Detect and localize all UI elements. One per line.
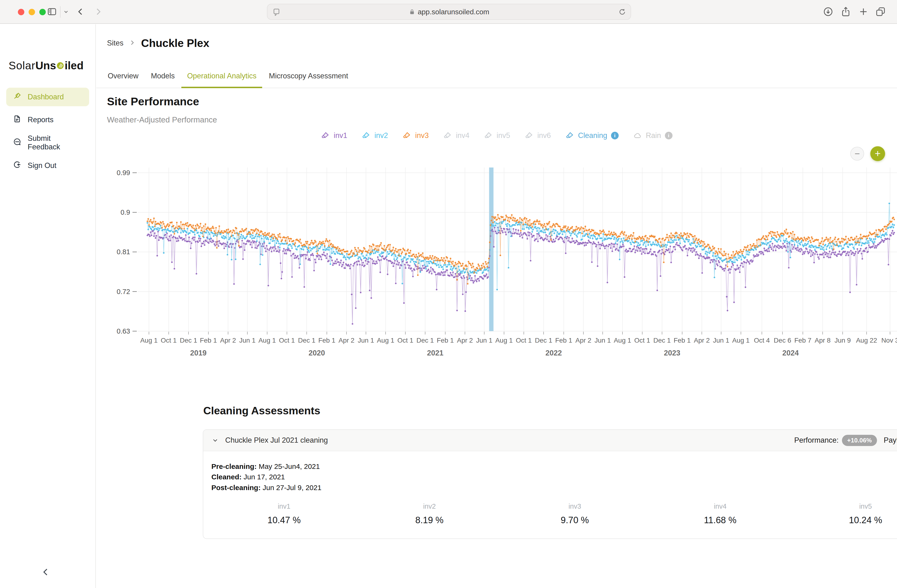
brush-icon (484, 131, 493, 140)
share-icon[interactable] (840, 6, 851, 17)
logo-text-solar: Solar (9, 59, 35, 72)
download-icon[interactable] (823, 6, 834, 17)
pre-cleaning-label: Pre-cleaning: (211, 463, 257, 470)
chevron-down-icon[interactable] (211, 437, 219, 444)
legend-label: inv5 (497, 131, 510, 140)
new-tab-icon[interactable] (858, 6, 869, 17)
brush-icon (565, 131, 574, 140)
legend-label: inv1 (334, 131, 347, 140)
tab-operational-analytics[interactable]: Operational Analytics (181, 64, 262, 88)
info-icon[interactable]: i (611, 132, 618, 139)
section-title: Site Performance (107, 95, 199, 108)
window-controls[interactable] (18, 9, 46, 15)
breadcrumb: Sites Chuckle Plex (107, 37, 209, 50)
sidebar-item-label: Sign Out (28, 161, 57, 170)
cleaned-label: Cleaned: (211, 473, 242, 481)
legend-item-cleaning[interactable]: Cleaningi (565, 131, 618, 140)
inverter-value: 10.47 % (211, 515, 357, 525)
logo-text-iled: iled (64, 59, 83, 72)
zoom-out-button[interactable]: − (850, 147, 864, 160)
sidebar-item-reports[interactable]: Reports (6, 110, 89, 129)
pre-cleaning-value: May 25-Jun4, 2021 (257, 463, 320, 470)
inverter-stat-inv5: inv510.24 % (793, 502, 897, 525)
legend-label: inv4 (456, 131, 470, 140)
inverter-name: inv3 (502, 502, 647, 510)
assessment-title: Chuckle Plex Jul 2021 cleaning (225, 436, 328, 444)
sidebar-item-dashboard[interactable]: Dashboard (6, 88, 89, 106)
document-icon (13, 115, 21, 125)
tab-models[interactable]: Models (145, 64, 181, 88)
page-breadcrumb-current: Chuckle Plex (141, 37, 209, 50)
tab-group-chevron-icon[interactable] (63, 8, 70, 15)
back-icon[interactable] (75, 6, 86, 17)
inverter-name: inv5 (793, 502, 897, 510)
tab-overview[interactable]: Overview (102, 64, 144, 88)
sidebar-nav: DashboardReportsSubmit FeedbackSign Out (6, 88, 89, 175)
sidebar-item-sign-out[interactable]: Sign Out (6, 156, 89, 175)
legend-item-inv1[interactable]: inv1 (321, 131, 347, 140)
sidebar-collapse-icon[interactable] (40, 567, 51, 579)
tab-microscopy-assessment[interactable]: Microscopy Assessment (263, 64, 354, 88)
forward-icon[interactable] (93, 6, 103, 17)
payback-label: Payback: (884, 436, 897, 444)
inverter-stat-inv1: inv110.47 % (211, 502, 357, 525)
toolbar-divider (60, 6, 61, 18)
sidebar-item-label: Dashboard (28, 93, 64, 101)
brush-icon (525, 131, 534, 140)
inverter-stat-inv4: inv411.68 % (647, 502, 793, 525)
performance-label: Performance: (794, 436, 839, 444)
legend-item-inv3[interactable]: inv3 (402, 131, 429, 140)
legend-label: inv3 (415, 131, 429, 140)
assessment-card-body: Pre-cleaning: May 25-Jun4, 2021 Cleaned:… (203, 451, 897, 525)
assessments-heading: Cleaning Assessments (203, 405, 320, 417)
sidebar: Solar Uns iled DashboardReportsSubmit Fe… (0, 24, 96, 588)
inverter-stat-inv2: inv28.19 % (357, 502, 502, 525)
pin-icon (13, 92, 21, 102)
brush-icon (321, 131, 330, 140)
info-icon[interactable]: i (665, 132, 672, 139)
legend-item-inv2[interactable]: inv2 (361, 131, 388, 140)
minimize-window-icon[interactable] (29, 9, 35, 15)
sidebar-toggle-icon[interactable] (47, 6, 57, 17)
inverter-stats-row: inv110.47 %inv28.19 %inv39.70 %inv411.68… (211, 502, 897, 525)
url-text[interactable]: app.solarunsoiled.com (418, 8, 489, 16)
pre-cleaning-row: Pre-cleaning: May 25-Jun4, 2021 (211, 461, 897, 472)
legend-label: inv6 (537, 131, 551, 140)
cleaned-value: Jun 17, 2021 (242, 473, 285, 481)
reader-icon[interactable] (272, 8, 281, 16)
sidebar-item-submit-feedback[interactable]: Submit Feedback (6, 133, 89, 152)
legend-item-inv4[interactable]: inv4 (443, 131, 470, 140)
logo-text-uns: Uns (35, 59, 56, 72)
post-cleaning-row: Post-cleaning: Jun 27-Jul 9, 2021 (211, 483, 897, 493)
brush-icon (361, 131, 370, 140)
lock-icon (409, 9, 415, 15)
inverter-value: 8.19 % (357, 515, 502, 525)
legend-item-inv5[interactable]: inv5 (484, 131, 510, 140)
brush-icon (402, 131, 411, 140)
inverter-name: inv4 (647, 502, 793, 510)
chart-zoom-controls: − + (850, 146, 885, 161)
zoom-window-icon[interactable] (39, 9, 46, 15)
legend-item-rain[interactable]: Raini (633, 131, 672, 140)
tabs-overview-icon[interactable] (875, 6, 886, 17)
inverter-name: inv1 (211, 502, 357, 510)
assessment-card-header[interactable]: Chuckle Plex Jul 2021 cleaning Performan… (203, 430, 897, 451)
sidebar-item-label: Reports (28, 116, 54, 124)
brush-icon (443, 131, 452, 140)
legend-label: Cleaning (578, 131, 607, 140)
legend-item-inv6[interactable]: inv6 (525, 131, 551, 140)
performance-badge: +10.06% (842, 435, 877, 446)
cleaned-row: Cleaned: Jun 17, 2021 (211, 472, 897, 482)
chevron-right-icon (129, 39, 136, 47)
close-window-icon[interactable] (18, 9, 24, 15)
post-cleaning-label: Post-cleaning: (211, 484, 261, 492)
cleaning-assessment-card: Chuckle Plex Jul 2021 cleaning Performan… (203, 429, 897, 539)
reload-icon[interactable] (618, 8, 626, 16)
legend-label: inv2 (374, 131, 388, 140)
breadcrumb-sites-link[interactable]: Sites (107, 39, 124, 47)
zoom-in-button[interactable]: + (870, 146, 885, 161)
address-bar[interactable]: app.solarunsoiled.com (267, 4, 631, 20)
inverter-value: 11.68 % (647, 515, 793, 525)
chart-legend: inv1inv2inv3inv4inv5inv6CleaningiRaini (96, 131, 897, 140)
app-logo: Solar Uns iled (9, 59, 84, 72)
